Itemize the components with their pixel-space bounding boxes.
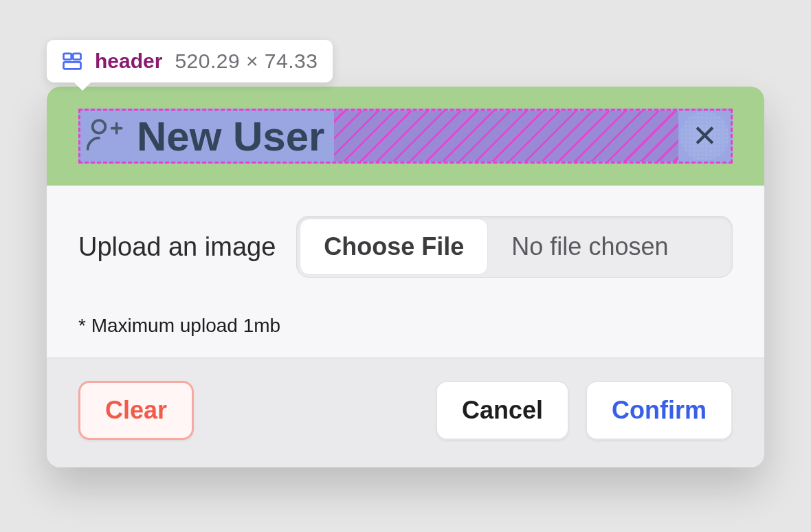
layout-icon [62, 51, 82, 71]
close-icon: ✕ [692, 121, 718, 151]
svg-rect-1 [73, 54, 80, 60]
dialog-body: Upload an image Choose File No file chos… [47, 186, 764, 357]
file-status-text: No file chosen [491, 232, 689, 261]
svg-rect-2 [64, 62, 81, 69]
choose-file-button[interactable]: Choose File [300, 219, 488, 275]
upload-row: Upload an image Choose File No file chos… [78, 216, 733, 278]
flex-gap-overlay [334, 111, 678, 162]
svg-rect-0 [64, 54, 71, 60]
dialog-header-content: New User [80, 111, 334, 162]
dialog-footer: Clear Cancel Confirm [47, 357, 764, 467]
dialog-title: New User [137, 113, 324, 160]
dialog-header-padding-overlay: New User ✕ [47, 87, 764, 186]
add-user-icon [85, 115, 123, 157]
confirm-button[interactable]: Confirm [586, 381, 733, 440]
close-button[interactable]: ✕ [680, 111, 729, 161]
upload-hint: * Maximum upload 1mb [78, 315, 733, 337]
devtools-tooltip: header 520.29 × 74.33 [47, 40, 333, 82]
file-input[interactable]: Choose File No file chosen [296, 216, 733, 278]
new-user-dialog: New User ✕ Upload an image Choose File N… [47, 87, 764, 467]
upload-label: Upload an image [78, 232, 276, 262]
dialog-header: New User ✕ [78, 109, 733, 164]
devtools-dimensions: 520.29 × 74.33 [175, 49, 318, 73]
svg-point-3 [93, 120, 106, 133]
cancel-button[interactable]: Cancel [436, 381, 569, 440]
clear-button[interactable]: Clear [78, 381, 194, 440]
devtools-element-tag: header [95, 49, 162, 73]
